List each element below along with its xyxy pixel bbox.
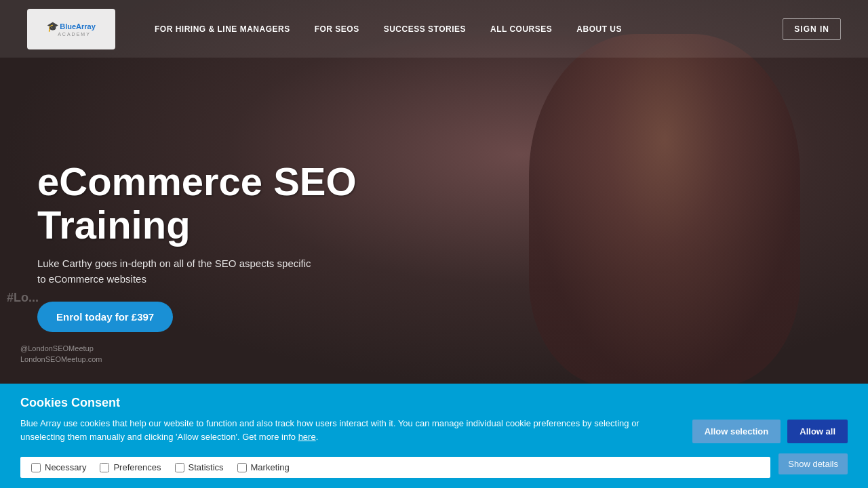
social-handle2: LondonSEOMeetup.com: [20, 355, 102, 363]
show-details-button[interactable]: Show details: [778, 453, 848, 474]
necessary-label: Necessary: [45, 462, 86, 472]
enrol-button[interactable]: Enrol today for £397: [37, 302, 173, 332]
nav-about[interactable]: ABOUT US: [564, 24, 634, 34]
allow-selection-button[interactable]: Allow selection: [692, 420, 781, 443]
allow-all-button[interactable]: Allow all: [787, 420, 848, 443]
sign-in-button[interactable]: SIGN IN: [783, 18, 841, 40]
checkbox-necessary[interactable]: Necessary: [31, 462, 86, 472]
logo-image: 🎓 BlueArray ACADEMY: [47, 21, 96, 37]
social-handle1: @LondonSEOMeetup: [20, 344, 102, 352]
nav-hiring[interactable]: FOR HIRING & LINE MANAGERS: [142, 24, 302, 34]
cookie-buttons: Allow selection Allow all: [692, 420, 848, 443]
hashtag-text: #Lo...: [7, 291, 39, 305]
cookie-here-link[interactable]: here: [298, 432, 316, 442]
checkbox-marketing[interactable]: Marketing: [237, 462, 290, 472]
cookie-banner: Cookies Consent Blue Array use cookies t…: [0, 384, 868, 488]
marketing-checkbox[interactable]: [237, 463, 247, 472]
cookie-title: Cookies Consent: [20, 396, 848, 410]
marketing-label: Marketing: [251, 462, 290, 472]
preferences-label: Preferences: [113, 462, 161, 472]
nav-links: FOR HIRING & LINE MANAGERS FOR SEOS SUCC…: [142, 24, 783, 34]
cookie-checkboxes: Necessary Preferences Statistics Marketi…: [20, 457, 770, 478]
statistics-label: Statistics: [189, 462, 224, 472]
checkbox-preferences[interactable]: Preferences: [100, 462, 161, 472]
statistics-checkbox[interactable]: [175, 463, 184, 472]
checkbox-statistics[interactable]: Statistics: [175, 462, 224, 472]
hero-title: eCommerce SEO Training: [37, 160, 357, 247]
logo-container[interactable]: 🎓 BlueArray ACADEMY: [27, 9, 115, 49]
social-overlay: @LondonSEOMeetup LondonSEOMeetup.com: [20, 344, 102, 366]
cookie-description: Blue Array use cookies that help our web…: [20, 417, 679, 443]
brand-academy-label: ACADEMY: [58, 32, 91, 37]
hero-subtitle: Luke Carthy goes in-depth on all of the …: [37, 256, 322, 287]
necessary-checkbox[interactable]: [31, 463, 41, 472]
hero-section: 🎓 BlueArray ACADEMY FOR HIRING & LINE MA…: [0, 0, 868, 386]
brand-name-blue: BlueArray: [60, 22, 96, 30]
hero-title-line2: Training: [37, 203, 191, 247]
hero-title-line1: eCommerce SEO: [37, 159, 357, 203]
nav-seos[interactable]: FOR SEOS: [302, 24, 372, 34]
cookie-bottom-row: Necessary Preferences Statistics Marketi…: [20, 450, 848, 478]
logo-box: 🎓 BlueArray ACADEMY: [27, 9, 115, 49]
graduation-cap-icon: 🎓: [47, 21, 58, 32]
navbar: 🎓 BlueArray ACADEMY FOR HIRING & LINE MA…: [0, 0, 868, 58]
preferences-checkbox[interactable]: [100, 463, 109, 472]
nav-courses[interactable]: ALL COURSES: [478, 24, 564, 34]
nav-stories[interactable]: SUCCESS STORIES: [372, 24, 478, 34]
hero-content: eCommerce SEO Training Luke Carthy goes …: [37, 160, 357, 332]
hashtag-overlay: #Lo...: [7, 291, 39, 305]
